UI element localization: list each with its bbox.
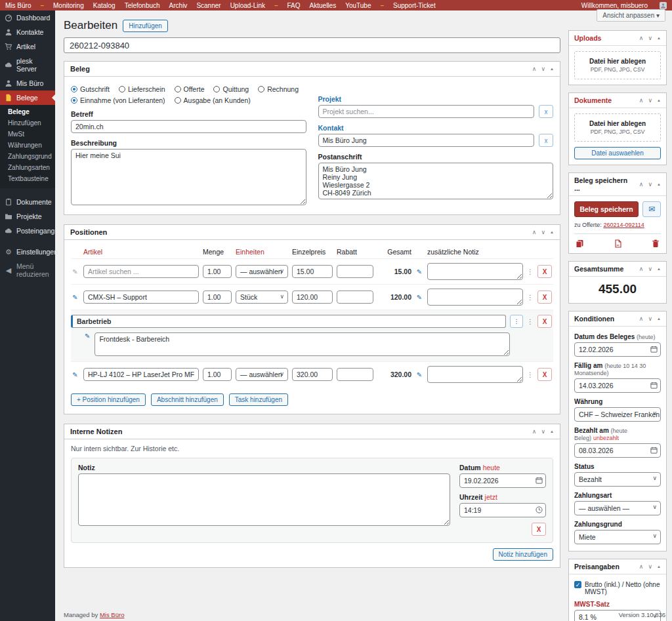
- move-down-icon[interactable]: ∨: [648, 98, 652, 104]
- drag-handle-icon[interactable]: ⋮: [527, 294, 534, 301]
- adminbar-item[interactable]: Monitoring: [53, 2, 84, 9]
- dokumente-dropzone[interactable]: Datei hier ablegen PDF, PNG, JPG, CSV: [574, 113, 661, 142]
- projekt-search-input[interactable]: [318, 105, 535, 118]
- adminbar-item[interactable]: Mis Büro: [5, 2, 31, 9]
- radio-quittung[interactable]: Quittung: [213, 85, 249, 93]
- sidebar-item-dokumente[interactable]: Dokumente: [0, 195, 55, 209]
- submenu-item-mwst[interactable]: MwSt: [0, 129, 55, 140]
- delete-row-icon[interactable]: [537, 265, 552, 278]
- sidebar-item-dashboard[interactable]: Dashboard: [0, 10, 55, 25]
- radio-icon[interactable]: [119, 86, 125, 92]
- move-up-icon[interactable]: ∧: [639, 35, 644, 41]
- checkbox-checked-icon[interactable]: [574, 581, 581, 588]
- save-beleg-button[interactable]: Beleg speichern: [574, 201, 639, 217]
- abschnitt-options-icon[interactable]: ⋮: [510, 315, 523, 328]
- menge-input[interactable]: [203, 265, 232, 278]
- delete-row-icon[interactable]: [537, 290, 552, 304]
- move-down-icon[interactable]: ∨: [648, 316, 652, 322]
- waehrung-select[interactable]: CHF – Schweizer Franken: [574, 407, 661, 422]
- radio-einnahme[interactable]: Einnahme (von Lieferanten): [71, 96, 165, 104]
- welcome-user[interactable]: Willkommen, misbuero: [581, 2, 648, 9]
- sidebar-item-belege[interactable]: Belege: [0, 90, 55, 105]
- brutto-netto-toggle[interactable]: Brutto (inkl.) / Netto (ohne MWST): [574, 581, 661, 595]
- radio-offerte[interactable]: Offerte: [175, 85, 205, 93]
- delete-row-icon[interactable]: [537, 368, 552, 381]
- move-up-icon[interactable]: ∧: [639, 564, 644, 570]
- toggle-panel-icon[interactable]: ▲: [657, 182, 661, 186]
- move-down-icon[interactable]: ∨: [648, 35, 652, 41]
- einzelpreis-input[interactable]: [292, 265, 333, 278]
- adminbar-item[interactable]: Scanner: [196, 2, 220, 9]
- document-title-input[interactable]: [64, 37, 560, 53]
- adminbar-item[interactable]: YouTube: [345, 2, 371, 9]
- submenu-item-hinzufuegen[interactable]: Hinzufügen: [0, 117, 55, 129]
- submenu-item-belege[interactable]: Belege: [0, 106, 55, 117]
- zahlungsart-select[interactable]: — auswählen —: [574, 501, 661, 515]
- adminbar-item[interactable]: Katalog: [93, 2, 116, 9]
- einheiten-select[interactable]: Stück: [236, 290, 288, 304]
- beleg-datum-input[interactable]: [574, 342, 661, 357]
- postanschrift-textarea[interactable]: Mis Büro Jung Reiny Jung Wieslergasse 2 …: [318, 163, 554, 199]
- notiz-textarea[interactable]: [78, 473, 450, 526]
- toggle-panel-icon[interactable]: ▲: [657, 565, 661, 569]
- toggle-panel-icon[interactable]: ▲: [550, 230, 554, 234]
- zusatz-notiz-textarea[interactable]: [427, 366, 523, 383]
- einheiten-select[interactable]: — auswählen: [236, 368, 288, 381]
- artikel-search-input[interactable]: [83, 265, 199, 278]
- sidebar-item-mis-buero[interactable]: Mis Büro: [0, 76, 55, 90]
- sidebar-item-projekte[interactable]: Projekte: [0, 209, 55, 224]
- toggle-panel-icon[interactable]: ▲: [550, 67, 554, 71]
- status-select[interactable]: Bezahlt: [574, 472, 661, 487]
- adminbar-item[interactable]: Aktuelles: [310, 2, 337, 9]
- duplicate-icon[interactable]: [576, 239, 584, 248]
- add-position-button[interactable]: + Position hinzufügen: [71, 393, 146, 406]
- drag-handle-icon[interactable]: ⋮: [527, 371, 534, 378]
- beschreibung-textarea[interactable]: Hier meine Sui: [71, 149, 306, 205]
- artikel-input[interactable]: [83, 368, 199, 381]
- move-up-icon[interactable]: ∧: [639, 316, 644, 322]
- toggle-panel-icon[interactable]: ▲: [657, 317, 661, 321]
- move-up-icon[interactable]: ∧: [639, 266, 644, 272]
- abschnitt-title-input[interactable]: [71, 315, 506, 328]
- toggle-panel-icon[interactable]: ▲: [550, 430, 554, 433]
- move-up-icon[interactable]: ∧: [532, 230, 537, 235]
- radio-icon[interactable]: [175, 86, 181, 92]
- adminbar-item[interactable]: Support-Ticket: [393, 2, 436, 9]
- uhrzeit-jetzt-link[interactable]: jetzt: [485, 493, 497, 501]
- kontakt-input[interactable]: [318, 134, 535, 147]
- sidebar-item-einstellungen[interactable]: ⚙ Einstellungen: [0, 245, 55, 259]
- notiz-uhrzeit-input[interactable]: [459, 503, 546, 517]
- clear-notiz-icon[interactable]: [532, 523, 546, 536]
- clear-projekt-icon[interactable]: [539, 105, 553, 118]
- move-up-icon[interactable]: ∧: [532, 66, 537, 72]
- radio-rechnung[interactable]: Rechnung: [258, 85, 299, 93]
- toggle-panel-icon[interactable]: ▲: [657, 98, 661, 102]
- move-down-icon[interactable]: ∨: [541, 230, 545, 235]
- menge-input[interactable]: [203, 368, 232, 381]
- radio-icon[interactable]: [175, 97, 181, 104]
- sidebar-item-posteingang[interactable]: Posteingang: [0, 224, 55, 238]
- drag-handle-icon[interactable]: ⋮: [527, 268, 534, 275]
- datum-heute-link[interactable]: heute: [483, 464, 500, 471]
- sidebar-item-artikel[interactable]: Artikel: [0, 39, 55, 54]
- radio-icon[interactable]: [258, 86, 264, 92]
- sidebar-item-kontakte[interactable]: Kontakte: [0, 25, 55, 39]
- zusatz-notiz-textarea[interactable]: [427, 263, 523, 280]
- add-new-button[interactable]: Hinzufügen: [123, 20, 168, 32]
- move-down-icon[interactable]: ∨: [648, 564, 652, 570]
- zahlungsgrund-select[interactable]: Miete: [574, 530, 661, 544]
- offerte-link[interactable]: 260214-092114: [603, 222, 644, 228]
- betreff-input[interactable]: [71, 120, 306, 133]
- einheiten-select[interactable]: — auswählen: [236, 265, 288, 278]
- choose-file-button[interactable]: Datei auswaehlen: [574, 147, 661, 159]
- bezahlt-datum-input[interactable]: [574, 443, 661, 458]
- radio-icon[interactable]: [71, 97, 77, 104]
- move-down-icon[interactable]: ∨: [648, 266, 652, 272]
- clear-kontakt-icon[interactable]: [539, 134, 553, 147]
- radio-icon[interactable]: [213, 86, 220, 92]
- move-up-icon[interactable]: ∧: [639, 98, 644, 104]
- einzelpreis-input[interactable]: [292, 290, 333, 304]
- move-down-icon[interactable]: ∨: [541, 66, 545, 72]
- zusatz-notiz-textarea[interactable]: [427, 289, 523, 306]
- move-up-icon[interactable]: ∧: [639, 182, 644, 188]
